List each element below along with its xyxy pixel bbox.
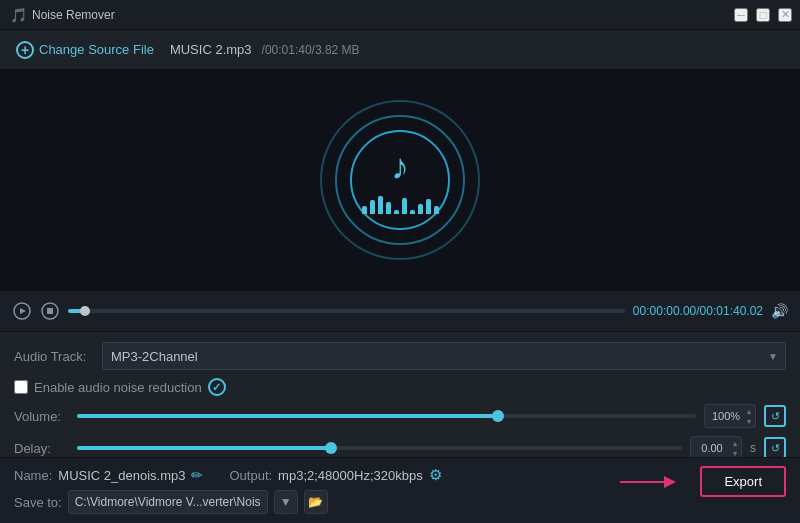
- noise-reduction-label: Enable audio noise reduction: [34, 380, 202, 395]
- eq-bar: [410, 210, 415, 214]
- eq-bar: [394, 210, 399, 214]
- svg-rect-3: [47, 308, 53, 314]
- delay-fill: [77, 446, 331, 450]
- output-label: Output:: [229, 468, 272, 483]
- delay-label: Delay:: [14, 441, 69, 456]
- gear-icon[interactable]: ⚙: [429, 466, 442, 484]
- change-source-button[interactable]: + Change Source File: [10, 37, 160, 63]
- audio-track-select-wrapper: MP3-2Channel ▼: [102, 342, 786, 370]
- volume-thumb: [492, 410, 504, 422]
- volume-steppers: ▲ ▼: [744, 406, 754, 426]
- volume-label: Volume:: [14, 409, 69, 424]
- audio-track-label: Audio Track:: [14, 349, 94, 364]
- bottom-row1: Name: MUSIC 2_denois.mp3 ✏ Output: mp3;2…: [14, 466, 786, 484]
- volume-down-button[interactable]: ▼: [744, 416, 754, 426]
- eq-bar: [386, 202, 391, 214]
- close-button[interactable]: ✕: [778, 8, 792, 22]
- volume-up-button[interactable]: ▲: [744, 406, 754, 416]
- bottom-bar: Name: MUSIC 2_denois.mp3 ✏ Output: mp3;2…: [0, 457, 800, 523]
- audio-track-row: Audio Track: MP3-2Channel ▼: [14, 342, 786, 370]
- transport-bar: 00:00:00.00/00:01:40.02 🔊: [0, 290, 800, 332]
- eq-bar: [434, 206, 439, 214]
- volume-value: 100%: [712, 410, 740, 422]
- delay-value: 0.00: [701, 442, 722, 454]
- eq-bar: [378, 196, 383, 214]
- delay-up-button[interactable]: ▲: [730, 438, 740, 448]
- play-button[interactable]: [12, 301, 32, 321]
- change-source-label: Change Source File: [39, 42, 154, 57]
- toolbar-fileinfo: /00:01:40/3.82 MB: [262, 43, 360, 57]
- title-bar: 🎵 Noise Remover ─ □ ✕: [0, 0, 800, 30]
- svg-marker-1: [20, 308, 26, 314]
- app-icon: 🎵: [10, 7, 27, 23]
- maximize-button[interactable]: □: [756, 8, 770, 22]
- volume-slider[interactable]: [77, 414, 696, 418]
- eq-bar: [402, 198, 407, 214]
- time-total: /00:01:40.02: [696, 304, 763, 318]
- player-area: ♪: [0, 70, 800, 290]
- minimize-button[interactable]: ─: [734, 8, 748, 22]
- toolbar: + Change Source File MUSIC 2.mp3 /00:01:…: [0, 30, 800, 70]
- export-arrow-indicator: [620, 470, 680, 497]
- volume-row: Volume: 100% ▲ ▼ ↺: [14, 404, 786, 428]
- audio-track-select[interactable]: MP3-2Channel: [102, 342, 786, 370]
- music-icon-wrap: ♪: [362, 146, 439, 214]
- delay-thumb: [325, 442, 337, 454]
- delay-unit: s: [750, 441, 756, 455]
- toolbar-filename: MUSIC 2.mp3: [170, 42, 252, 57]
- eq-bar: [426, 199, 431, 214]
- export-button[interactable]: Export: [700, 466, 786, 497]
- noise-reduction-row: Enable audio noise reduction ✓: [14, 378, 786, 396]
- name-value: MUSIC 2_denois.mp3: [58, 468, 185, 483]
- delay-steppers: ▲ ▼: [730, 438, 740, 458]
- saveto-label: Save to:: [14, 495, 62, 510]
- saveto-input[interactable]: [68, 490, 268, 514]
- app-title: Noise Remover: [32, 8, 115, 22]
- music-note-icon: ♪: [391, 146, 409, 188]
- progress-track[interactable]: [68, 309, 625, 313]
- edit-icon[interactable]: ✏: [191, 467, 203, 483]
- noise-reduction-checkbox[interactable]: [14, 380, 28, 394]
- browse-folder-button[interactable]: ▼: [274, 490, 298, 514]
- stop-button[interactable]: [40, 301, 60, 321]
- info-icon[interactable]: ✓: [208, 378, 226, 396]
- svg-marker-5: [664, 476, 676, 488]
- delay-slider[interactable]: [77, 446, 682, 450]
- eq-bar: [370, 200, 375, 214]
- eq-bars: [362, 194, 439, 214]
- eq-bar: [362, 206, 367, 214]
- volume-icon[interactable]: 🔊: [771, 303, 788, 319]
- open-folder-button[interactable]: 📂: [304, 490, 328, 514]
- name-label: Name:: [14, 468, 52, 483]
- volume-fill: [77, 414, 498, 418]
- delay-sync-icon[interactable]: ↺: [764, 437, 786, 459]
- progress-thumb: [80, 306, 90, 316]
- time-current: 00:00:00.00: [633, 304, 696, 318]
- volume-sync-icon[interactable]: ↺: [764, 405, 786, 427]
- eq-bar: [418, 204, 423, 214]
- output-value: mp3;2;48000Hz;320kbps: [278, 468, 423, 483]
- plus-icon: +: [16, 41, 34, 59]
- volume-value-box: 100% ▲ ▼: [704, 404, 756, 428]
- time-display: 00:00:00.00/00:01:40.02: [633, 304, 763, 318]
